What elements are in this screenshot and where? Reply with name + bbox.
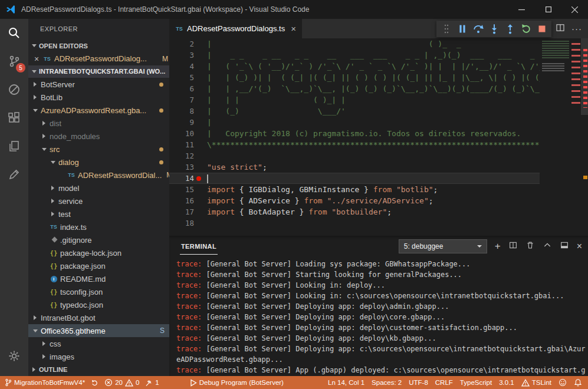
line-number[interactable]: 9 — [169, 117, 207, 128]
files-icon[interactable] — [0, 132, 28, 160]
minimize-button[interactable] — [508, 0, 535, 19]
cursor-position-item[interactable]: Ln 14, Col 1 — [328, 379, 364, 386]
line-number[interactable]: 3 — [169, 50, 207, 61]
tree-item-service[interactable]: service — [28, 194, 169, 207]
tree-item-package-lock-json[interactable]: {}package-lock.json — [28, 246, 169, 259]
restart-icon[interactable] — [518, 21, 534, 37]
tree-item-css[interactable]: css — [28, 337, 169, 350]
chevron-right-icon — [41, 121, 47, 126]
editor-tab[interactable]: TS ADResetPasswordDialogs.ts × — [169, 19, 302, 38]
minimap-error-marks — [571, 43, 580, 107]
panel-tab-terminal[interactable]: TERMINAL — [180, 238, 218, 255]
maximize-panel-icon[interactable] — [543, 240, 552, 252]
line-number[interactable]: 14 — [169, 173, 207, 184]
extensions-icon[interactable] — [0, 104, 28, 132]
status-right-group: Ln 14, Col 1 Spaces: 2 UTF-8 CRLF TypeSc… — [328, 378, 582, 387]
code-line-15: 15import { IGBDialog, GBMinInstance } fr… — [169, 184, 540, 195]
split-terminal-icon[interactable] — [508, 240, 518, 252]
debug-icon[interactable] — [0, 75, 28, 104]
line-number[interactable]: 12 — [169, 150, 207, 161]
tree-item-test[interactable]: test — [28, 207, 169, 220]
ts-version-item[interactable]: 3.0.1 — [499, 379, 514, 386]
settings-gear-icon[interactable] — [0, 342, 28, 370]
line-number[interactable]: 8 — [169, 106, 207, 117]
notifications-bell-item[interactable] — [574, 378, 582, 387]
code-editor[interactable]: 2| ( )_ _ |3| _ _ _ __ _ _ __ ___ ___ _ … — [169, 38, 588, 236]
step-out-icon[interactable] — [502, 21, 518, 37]
sync-item[interactable] — [91, 379, 98, 387]
new-terminal-icon[interactable]: + — [495, 241, 501, 251]
git-branch-item[interactable]: MigrationToBotFmwV4* — [5, 378, 85, 387]
tree-item-typedoc-json[interactable]: {}typedoc.json — [28, 298, 169, 311]
tree-item-package-json[interactable]: {}package.json — [28, 259, 169, 272]
tree-item-intranetbot-gbot[interactable]: IntranetBot.gbot — [28, 311, 169, 324]
line-number[interactable]: 11 — [169, 139, 207, 150]
tree-item-office365-gbtheme[interactable]: Office365.gbthemeS — [28, 324, 169, 337]
editor-group: TS ADResetPasswordDialogs.ts × ··· 2| ( … — [169, 19, 588, 376]
tree-item-images[interactable]: images — [28, 350, 169, 363]
tree-item-dialog[interactable]: dialog — [28, 156, 169, 169]
terminal-picker[interactable]: 5: debuggee — [399, 239, 487, 253]
kill-terminal-icon[interactable] — [525, 240, 535, 252]
line-number[interactable]: 18 — [169, 217, 207, 229]
line-number[interactable]: 6 — [169, 83, 207, 94]
workspace-section-header[interactable]: INTRANETBOTQUICKSTART.GBAI (WO... — [28, 65, 169, 78]
tree-item-botlib[interactable]: BotLib — [28, 91, 169, 104]
eol-item[interactable]: CRLF — [435, 379, 453, 386]
open-editors-header[interactable]: OPEN EDITORS — [28, 39, 169, 52]
feedback-smiley-item[interactable] — [559, 378, 567, 387]
tree-item-dist[interactable]: dist — [28, 117, 169, 130]
drag-handle-icon[interactable] — [438, 21, 454, 37]
split-editor-icon[interactable] — [555, 22, 566, 35]
line-number[interactable]: 5 — [169, 72, 207, 83]
tree-item-adresetpassworddial-[interactable]: TSADResetPasswordDial...M — [28, 169, 169, 182]
minimap[interactable] — [540, 38, 581, 236]
breakpoint-icon[interactable] — [196, 176, 201, 181]
tree-item-azureadpasswordreset-gba-[interactable]: AzureADPasswordReset.gba... — [28, 104, 169, 117]
panel-position-icon[interactable] — [560, 240, 569, 252]
overview-ruler[interactable] — [581, 38, 588, 236]
line-number[interactable]: 4 — [169, 61, 207, 72]
edit-icon[interactable] — [0, 160, 28, 189]
step-into-icon[interactable] — [486, 21, 502, 37]
close-icon[interactable]: × — [291, 24, 296, 34]
line-number[interactable]: 7 — [169, 94, 207, 106]
more-actions-icon[interactable]: ··· — [571, 24, 582, 34]
open-editor-item[interactable]: × TS ADResetPasswordDialog... M — [28, 52, 169, 65]
source-control-icon[interactable]: 5 — [0, 47, 28, 75]
code-line-6: 6| | ,__/'(_) `\__,_)`\__, |(_) (_) (_)`… — [169, 83, 540, 94]
language-mode-item[interactable]: TypeScript — [460, 379, 492, 386]
tree-item-tsconfig-json[interactable]: {}tsconfig.json — [28, 285, 169, 298]
close-icon[interactable]: × — [33, 54, 40, 64]
outline-section-header[interactable]: OUTLINE — [28, 363, 169, 376]
close-button[interactable] — [561, 0, 588, 19]
tasks-item[interactable]: 1 — [145, 379, 159, 387]
close-panel-icon[interactable]: × — [577, 242, 582, 251]
line-number[interactable]: 17 — [169, 206, 207, 217]
code-text: import { BotAdapter } from "botbuilder"; — [207, 206, 392, 217]
tree-item-readme-md[interactable]: iREADME.md — [28, 272, 169, 285]
problems-item[interactable]: 20 0 — [104, 378, 139, 387]
tree-item-node-modules[interactable]: node_modules — [28, 130, 169, 143]
stop-icon[interactable] — [534, 21, 550, 37]
indentation-item[interactable]: Spaces: 2 — [372, 379, 402, 386]
linter-item[interactable]: TSLint — [521, 379, 551, 387]
vscode-logo-icon — [0, 5, 21, 14]
line-number[interactable]: 10 — [169, 128, 207, 139]
maximize-button[interactable] — [535, 0, 561, 19]
line-number[interactable]: 15 — [169, 184, 207, 195]
line-number[interactable]: 2 — [169, 38, 207, 50]
encoding-item[interactable]: UTF-8 — [409, 379, 428, 386]
tree-item--gitignore[interactable]: .gitignore — [28, 233, 169, 246]
line-number[interactable]: 16 — [169, 195, 207, 206]
terminal-output[interactable]: trace: [General Bot Server] Loading sys … — [169, 256, 588, 376]
search-icon[interactable] — [0, 19, 28, 47]
tree-item-model[interactable]: model — [28, 182, 169, 194]
debug-launch-item[interactable]: Debug Program (BotServer) — [190, 379, 284, 387]
tree-item-index-ts[interactable]: TSindex.ts — [28, 220, 169, 233]
tree-item-botserver[interactable]: BotServer — [28, 78, 169, 91]
line-number[interactable]: 13 — [169, 161, 207, 173]
pause-icon[interactable] — [454, 21, 470, 37]
tree-item-src[interactable]: src — [28, 143, 169, 156]
step-over-icon[interactable] — [470, 21, 486, 37]
